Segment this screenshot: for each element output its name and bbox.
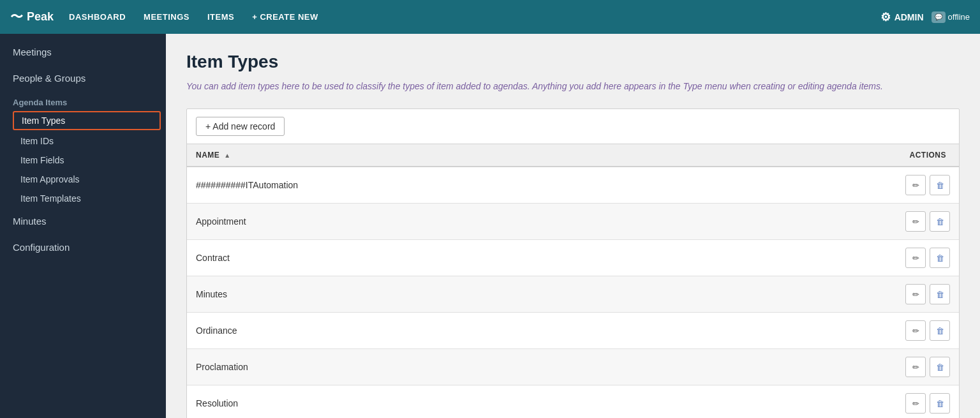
edit-button[interactable]: ✏ bbox=[905, 393, 926, 414]
trash-icon: 🗑 bbox=[936, 362, 944, 372]
nav-create-new[interactable]: + CREATE NEW bbox=[252, 12, 318, 22]
table-row: Appointment✏🗑 bbox=[187, 204, 959, 240]
main-content: Item Types You can add item types here t… bbox=[166, 34, 980, 418]
row-actions-cell: ✏🗑 bbox=[695, 385, 959, 418]
edit-icon: ✏ bbox=[912, 326, 919, 336]
chat-bubble-icon: 💬 bbox=[932, 11, 946, 23]
table-header-row: NAME ▲ ACTIONS bbox=[187, 144, 959, 167]
trash-icon: 🗑 bbox=[936, 290, 944, 299]
sidebar-item-item-templates[interactable]: Item Templates bbox=[0, 189, 166, 208]
row-name-cell: Proclamation bbox=[187, 349, 695, 385]
delete-button[interactable]: 🗑 bbox=[930, 211, 950, 232]
row-name-cell: ##########ITAutomation bbox=[187, 167, 695, 204]
delete-button[interactable]: 🗑 bbox=[930, 284, 950, 304]
edit-icon: ✏ bbox=[912, 253, 919, 263]
sidebar-item-item-fields[interactable]: Item Fields bbox=[0, 151, 166, 170]
edit-button[interactable]: ✏ bbox=[905, 357, 926, 377]
page-title: Item Types bbox=[186, 52, 960, 72]
page-description: You can add item types here to be used t… bbox=[186, 80, 960, 93]
edit-icon: ✏ bbox=[912, 217, 919, 227]
delete-button[interactable]: 🗑 bbox=[930, 357, 950, 377]
edit-icon: ✏ bbox=[912, 362, 919, 372]
admin-menu[interactable]: ⚙ ADMIN bbox=[880, 10, 924, 24]
trash-icon: 🗑 bbox=[936, 326, 944, 336]
row-name-cell: Contract bbox=[187, 240, 695, 276]
topnav-right: ⚙ ADMIN 💬 offline bbox=[880, 10, 970, 24]
delete-button[interactable]: 🗑 bbox=[930, 393, 950, 414]
offline-status: 💬 offline bbox=[932, 11, 970, 23]
add-new-record-button[interactable]: + Add new record bbox=[196, 117, 285, 136]
row-name-cell: Minutes bbox=[187, 276, 695, 313]
top-navigation: 〜 Peak DASHBOARD MEETINGS ITEMS + CREATE… bbox=[0, 0, 980, 34]
table-toolbar: + Add new record bbox=[187, 109, 959, 144]
edit-icon: ✏ bbox=[912, 399, 919, 408]
logo[interactable]: 〜 Peak bbox=[10, 8, 54, 26]
table-row: Minutes✏🗑 bbox=[187, 276, 959, 313]
edit-button[interactable]: ✏ bbox=[905, 320, 926, 341]
layout: Meetings People & Groups Agenda Items It… bbox=[0, 34, 980, 418]
trash-icon: 🗑 bbox=[936, 217, 944, 227]
table-row: Contract✏🗑 bbox=[187, 240, 959, 276]
sidebar-item-item-types[interactable]: Item Types bbox=[13, 111, 161, 130]
table-body: ##########ITAutomation✏🗑Appointment✏🗑Con… bbox=[187, 167, 959, 418]
col-header-actions: ACTIONS bbox=[695, 144, 959, 167]
sidebar-item-meetings[interactable]: Meetings bbox=[0, 39, 166, 65]
nav-dashboard[interactable]: DASHBOARD bbox=[69, 12, 126, 22]
row-actions-cell: ✏🗑 bbox=[695, 313, 959, 348]
gear-icon: ⚙ bbox=[880, 10, 891, 24]
sort-arrow-name[interactable]: ▲ bbox=[224, 152, 230, 159]
trash-icon: 🗑 bbox=[936, 181, 944, 190]
edit-icon: ✏ bbox=[912, 181, 919, 190]
table-row: Resolution✏🗑 bbox=[187, 385, 959, 419]
sidebar: Meetings People & Groups Agenda Items It… bbox=[0, 34, 166, 418]
sidebar-section-agenda-items: Agenda Items bbox=[0, 91, 166, 110]
row-actions-cell: ✏🗑 bbox=[695, 349, 959, 385]
table-row: Ordinance✏🗑 bbox=[187, 313, 959, 349]
offline-label: offline bbox=[948, 12, 970, 22]
sidebar-item-minutes[interactable]: Minutes bbox=[0, 208, 166, 234]
edit-button[interactable]: ✏ bbox=[905, 284, 926, 304]
sidebar-item-configuration[interactable]: Configuration bbox=[0, 234, 166, 260]
sidebar-item-item-approvals[interactable]: Item Approvals bbox=[0, 170, 166, 189]
logo-icon: 〜 bbox=[10, 8, 23, 26]
item-types-table: NAME ▲ ACTIONS ##########ITAutomation✏🗑A… bbox=[187, 144, 959, 418]
row-name-cell: Resolution bbox=[187, 385, 695, 419]
nav-meetings[interactable]: MEETINGS bbox=[144, 12, 189, 22]
nav-items[interactable]: ITEMS bbox=[207, 12, 234, 22]
delete-button[interactable]: 🗑 bbox=[930, 320, 950, 341]
admin-label: ADMIN bbox=[895, 12, 924, 22]
edit-button[interactable]: ✏ bbox=[905, 211, 926, 232]
table-row: ##########ITAutomation✏🗑 bbox=[187, 167, 959, 204]
delete-button[interactable]: 🗑 bbox=[930, 248, 950, 268]
trash-icon: 🗑 bbox=[936, 253, 944, 263]
sidebar-item-item-ids[interactable]: Item IDs bbox=[0, 131, 166, 151]
nav-links: DASHBOARD MEETINGS ITEMS + CREATE NEW bbox=[69, 12, 880, 22]
table-row: Proclamation✏🗑 bbox=[187, 349, 959, 385]
edit-icon: ✏ bbox=[912, 290, 919, 299]
edit-button[interactable]: ✏ bbox=[905, 248, 926, 268]
item-types-table-container: + Add new record NAME ▲ ACTIONS ########… bbox=[186, 108, 960, 418]
row-name-cell: Ordinance bbox=[187, 313, 695, 349]
sidebar-item-people-groups[interactable]: People & Groups bbox=[0, 65, 166, 91]
row-actions-cell: ✏🗑 bbox=[695, 276, 959, 312]
row-name-cell: Appointment bbox=[187, 204, 695, 240]
logo-text: Peak bbox=[27, 10, 54, 24]
row-actions-cell: ✏🗑 bbox=[695, 240, 959, 276]
trash-icon: 🗑 bbox=[936, 399, 944, 408]
edit-button[interactable]: ✏ bbox=[905, 175, 926, 195]
col-header-name: NAME ▲ bbox=[187, 144, 695, 167]
row-actions-cell: ✏🗑 bbox=[695, 167, 959, 203]
delete-button[interactable]: 🗑 bbox=[930, 175, 950, 195]
row-actions-cell: ✏🗑 bbox=[695, 204, 959, 239]
